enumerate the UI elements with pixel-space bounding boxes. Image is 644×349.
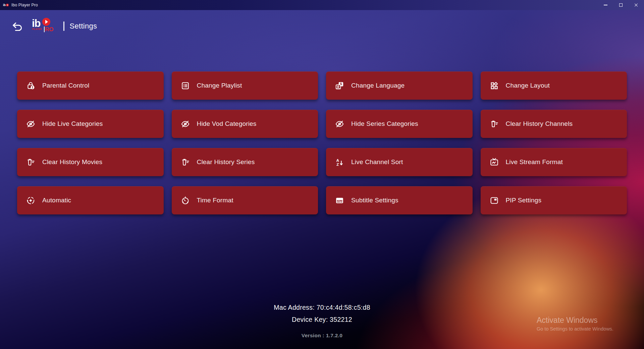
delete-sweep-icon xyxy=(490,119,499,129)
settings-button-change-playlist[interactable]: Change Playlist xyxy=(172,71,318,100)
settings-button-hide-vod-categories[interactable]: Hide Vod Categories xyxy=(172,110,318,138)
settings-button-label: Hide Vod Categories xyxy=(197,120,257,128)
settings-grid: Parental Control Change Playlist Change … xyxy=(17,71,627,214)
page-header: ib PLAYER RO Settings xyxy=(11,17,97,35)
settings-button-label: Clear History Channels xyxy=(506,120,573,128)
close-icon xyxy=(634,3,638,7)
auto-mode-icon xyxy=(26,196,35,205)
maximize-button[interactable] xyxy=(613,0,629,10)
live-tv-icon xyxy=(490,158,499,167)
logo-player-text: PLAYER xyxy=(32,28,42,30)
header-divider xyxy=(63,21,64,31)
logo-pro-text: RO xyxy=(44,27,54,32)
settings-button-label: Subtitle Settings xyxy=(351,197,398,204)
settings-button-label: PIP Settings xyxy=(506,197,542,204)
layout-icon xyxy=(490,81,499,90)
settings-button-clear-history-series[interactable]: Clear History Series xyxy=(172,148,318,176)
minimize-icon xyxy=(604,5,607,5)
version-text: Version : 1.7.2.0 xyxy=(0,333,644,339)
settings-button-clear-history-movies[interactable]: Clear History Movies xyxy=(17,148,164,176)
eye-off-icon xyxy=(181,119,190,129)
eye-off-icon xyxy=(335,119,344,129)
app-icon: ib xyxy=(3,4,9,7)
settings-button-live-stream-format[interactable]: Live Stream Format xyxy=(481,148,627,176)
settings-button-pip-settings[interactable]: PIP Settings xyxy=(481,186,627,214)
window-title: Ibo Player Pro xyxy=(11,3,38,7)
settings-button-parental-control[interactable]: Parental Control xyxy=(17,71,164,100)
settings-button-time-format[interactable]: Time Format xyxy=(172,186,318,214)
maximize-icon xyxy=(619,3,623,7)
settings-button-label: Change Layout xyxy=(506,82,550,89)
timer-icon xyxy=(181,196,190,205)
app-icon-text: ib xyxy=(3,4,6,7)
activate-windows-watermark: Activate Windows Go to Settings to activ… xyxy=(537,316,613,332)
settings-button-automatic[interactable]: Automatic xyxy=(17,186,164,214)
mac-address-text: Mac Address: 70:c4:4d:58:c5:d8 xyxy=(0,304,644,311)
settings-button-label: Hide Series Categories xyxy=(351,120,418,128)
lock-alert-icon xyxy=(26,81,35,90)
settings-button-label: Parental Control xyxy=(42,82,90,89)
settings-button-label: Change Playlist xyxy=(197,82,242,89)
settings-button-live-channel-sort[interactable]: Live Channel Sort xyxy=(326,148,473,176)
app-window: ib Ibo Player Pro ib PLAYER RO Settings … xyxy=(0,0,644,349)
settings-button-label: Clear History Movies xyxy=(42,158,102,166)
subtitles-icon xyxy=(335,196,344,205)
title-bar: ib Ibo Player Pro xyxy=(0,0,644,10)
settings-button-clear-history-channels[interactable]: Clear History Channels xyxy=(481,110,627,138)
minimize-button[interactable] xyxy=(598,0,613,10)
playlist-icon xyxy=(181,81,190,90)
logo-play-icon xyxy=(42,18,50,26)
sort-alpha-icon xyxy=(335,158,344,167)
settings-button-label: Hide Live Categories xyxy=(42,120,103,128)
window-controls xyxy=(598,0,644,10)
watermark-title: Activate Windows xyxy=(537,316,613,325)
settings-button-label: Live Stream Format xyxy=(506,158,563,166)
pip-icon xyxy=(490,196,499,205)
settings-button-label: Change Language xyxy=(351,82,405,89)
app-logo: ib PLAYER RO xyxy=(32,17,56,35)
settings-button-change-language[interactable]: Change Language xyxy=(326,71,473,100)
settings-button-label: Automatic xyxy=(42,197,71,204)
translate-icon xyxy=(335,81,344,90)
close-button[interactable] xyxy=(629,0,644,10)
settings-button-label: Time Format xyxy=(197,197,233,204)
settings-button-change-layout[interactable]: Change Layout xyxy=(481,71,627,100)
back-icon xyxy=(11,21,22,32)
eye-off-icon xyxy=(26,119,35,129)
delete-sweep-icon xyxy=(26,158,35,167)
settings-button-label: Live Channel Sort xyxy=(351,158,403,166)
settings-button-hide-series-categories[interactable]: Hide Series Categories xyxy=(326,110,473,138)
delete-sweep-icon xyxy=(181,158,190,167)
back-button[interactable] xyxy=(11,21,22,32)
logo-ib-text: ib xyxy=(32,18,41,29)
settings-button-hide-live-categories[interactable]: Hide Live Categories xyxy=(17,110,164,138)
page-title: Settings xyxy=(70,22,97,31)
settings-button-subtitle-settings[interactable]: Subtitle Settings xyxy=(326,186,473,214)
watermark-subtitle: Go to Settings to activate Windows. xyxy=(537,326,613,332)
app-icon-play-dot xyxy=(6,4,9,6)
settings-button-label: Clear History Series xyxy=(197,158,255,166)
